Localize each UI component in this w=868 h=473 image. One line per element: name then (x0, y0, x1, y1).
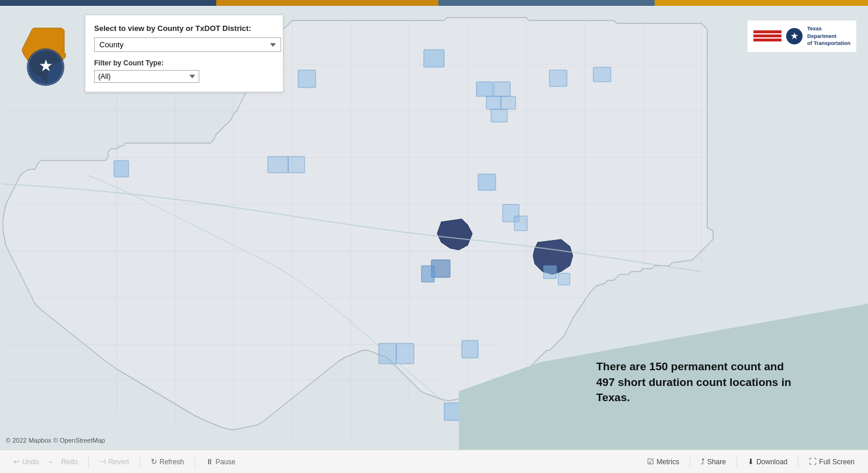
separator-6 (798, 456, 798, 468)
separator-2 (140, 456, 140, 468)
fullscreen-button[interactable]: ⛶ Full Screen (804, 455, 859, 468)
share-icon: ⤴ (701, 457, 705, 466)
count-type-label: Filter by Count Type: (94, 59, 274, 67)
undo-button[interactable]: ↩ Undo (9, 455, 44, 468)
pause-label: Pause (216, 458, 236, 466)
svg-rect-42 (558, 273, 570, 285)
filter-view-title: Select to view by County or TxDOT Distri… (94, 24, 274, 33)
filter-panel: Select to view by County or TxDOT Distri… (85, 15, 283, 92)
count-type-select[interactable]: (All) Permanent Short Duration (94, 70, 199, 83)
svg-rect-20 (476, 82, 493, 96)
metrics-label: Metrics (656, 458, 679, 466)
svg-rect-21 (494, 82, 510, 96)
info-text: There are 150 permanent count and 497 sh… (596, 359, 801, 406)
download-label: Download (756, 458, 787, 466)
pause-icon: ⏸ (206, 457, 213, 466)
bottom-toolbar: ↩ Undo → Redo ⊣ Revert ↻ Refresh ⏸ Pause… (0, 450, 868, 473)
fullscreen-icon: ⛶ (809, 457, 817, 466)
logo-text-line3: of Transportation (807, 40, 850, 47)
separator-4 (690, 456, 690, 468)
download-button[interactable]: ⬇ Download (743, 455, 792, 468)
logo-text-line1: Texas (807, 25, 850, 33)
bar-segment-1 (0, 0, 216, 6)
separator-1 (88, 456, 89, 468)
copyright-text: © 2022 Mapbox © OpenStreetMap (6, 437, 105, 444)
map-container: ★ Select to view by County or TxDOT Dist… (0, 6, 868, 450)
logo-flag-line2 (753, 34, 781, 37)
arrow-separator: → (47, 458, 54, 466)
svg-rect-41 (544, 266, 556, 279)
revert-icon: ⊣ (99, 457, 106, 466)
svg-rect-30 (288, 156, 305, 173)
svg-rect-38 (462, 340, 478, 358)
fullscreen-label: Full Screen (819, 458, 855, 466)
metrics-icon: ☑ (647, 457, 654, 466)
logo-text-line2: Department (807, 33, 850, 40)
svg-rect-19 (424, 50, 444, 67)
metrics-button[interactable]: ☑ Metrics (642, 455, 684, 468)
logo-flag (753, 30, 781, 41)
redo-label: Redo (61, 458, 78, 466)
info-text-box: There are 150 permanent count and 497 sh… (587, 350, 810, 415)
svg-rect-25 (549, 70, 567, 86)
logo-star-badge: ★ (786, 28, 803, 44)
svg-rect-39 (444, 403, 461, 420)
redo-button[interactable]: Redo (57, 455, 83, 468)
download-icon: ⬇ (748, 457, 754, 466)
svg-rect-23 (501, 96, 516, 109)
undo-label: Undo (22, 458, 39, 466)
svg-rect-34 (514, 216, 527, 231)
svg-rect-28 (298, 70, 316, 88)
refresh-icon: ↻ (151, 457, 157, 466)
revert-label: Revert (108, 458, 129, 466)
svg-rect-24 (491, 109, 507, 122)
svg-rect-32 (478, 174, 496, 190)
logo-flag-line1 (753, 30, 781, 33)
txdot-logo: ★ Texas Department of Transportation (748, 20, 856, 52)
bar-segment-3 (438, 0, 655, 6)
top-color-bar (0, 0, 868, 6)
bar-segment-2 (216, 0, 438, 6)
revert-button[interactable]: ⊣ Revert (95, 455, 133, 468)
svg-rect-35 (421, 266, 434, 282)
svg-text:★: ★ (39, 57, 53, 75)
refresh-button[interactable]: ↻ Refresh (146, 455, 189, 468)
svg-rect-37 (396, 343, 414, 364)
svg-rect-22 (486, 96, 501, 109)
svg-rect-29 (268, 156, 288, 173)
svg-rect-26 (593, 67, 611, 82)
pause-button[interactable]: ⏸ Pause (201, 455, 240, 468)
undo-icon: ↩ (13, 457, 20, 466)
svg-rect-27 (114, 161, 129, 177)
logo-flag-line3 (753, 39, 781, 41)
bar-segment-4 (655, 0, 868, 6)
share-label: Share (707, 458, 726, 466)
view-by-select[interactable]: County TxDOT District (94, 37, 281, 52)
share-button[interactable]: ⤴ Share (696, 455, 731, 468)
texas-seal: ★ (18, 23, 82, 99)
separator-5 (736, 456, 737, 468)
refresh-label: Refresh (160, 458, 184, 466)
logo-text: Texas Department of Transportation (807, 25, 850, 47)
separator-3 (195, 456, 195, 468)
